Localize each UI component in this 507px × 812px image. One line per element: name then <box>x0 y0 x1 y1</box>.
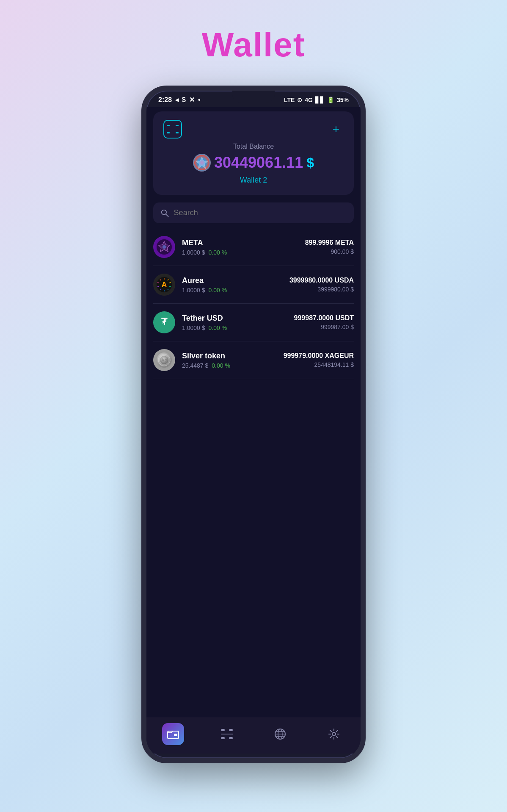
time-display: 2:28 <box>158 96 172 104</box>
wallet-scan-icon[interactable] <box>163 120 182 139</box>
token-list: META 1.0000 $ 0.00 % 899.9996 META 900.0… <box>146 228 361 717</box>
svg-line-21 <box>157 286 159 287</box>
token-left-aurea: A <box>153 274 227 296</box>
meta-token-amount: 899.9996 META <box>305 239 354 247</box>
nav-item-settings[interactable] <box>323 723 345 745</box>
svg-rect-1 <box>167 132 170 133</box>
add-wallet-button[interactable]: + <box>328 122 344 137</box>
svg-rect-32 <box>221 729 224 731</box>
network-icon: 4G <box>305 97 313 103</box>
svg-line-22 <box>157 283 159 283</box>
svg-text:Ag: Ag <box>161 358 167 363</box>
aurea-token-icon: A <box>153 274 175 296</box>
aurea-token-price: 1.0000 $ 0.00 % <box>182 287 227 294</box>
aurea-token-info: Aurea 1.0000 $ 0.00 % <box>182 276 227 294</box>
tether-token-info: Tether USD 1.0000 $ 0.00 % <box>182 314 227 331</box>
svg-line-7 <box>166 214 168 216</box>
nav-wallet-icon <box>162 723 184 745</box>
token-left-meta: META 1.0000 $ 0.00 % <box>153 236 227 258</box>
tether-token-price: 1.0000 $ 0.00 % <box>182 324 227 331</box>
meta-token-right: 899.9996 META 900.00 $ <box>305 239 354 255</box>
nav-item-scan[interactable] <box>216 723 238 745</box>
silver-token-info: Silver token 25.4487 $ 0.00 % <box>182 352 230 369</box>
lte-icon: LTE <box>284 97 295 103</box>
silver-token-right: 999979.0000 XAGEUR 25448194.11 $ <box>284 352 354 368</box>
svg-rect-31 <box>174 734 177 736</box>
wifi-icon: ⊙ <box>297 97 302 103</box>
nav-globe-icon <box>269 723 291 745</box>
silver-token-icon: Ag <box>153 349 175 371</box>
nav-item-browser[interactable] <box>269 723 291 745</box>
tether-token-name: Tether USD <box>182 314 227 323</box>
svg-line-17 <box>169 286 171 287</box>
dollar-icon: $ <box>182 96 186 104</box>
svg-rect-0 <box>167 125 170 126</box>
svg-line-16 <box>169 283 171 283</box>
aurea-token-value: 3999980.00 $ <box>289 286 354 293</box>
svg-point-6 <box>162 210 166 214</box>
svg-text:₮: ₮ <box>161 316 168 327</box>
tether-token-icon: ₮ <box>153 311 175 333</box>
silver-token-amount: 999979.0000 XAGEUR <box>284 352 354 360</box>
meta-token-icon <box>153 236 175 258</box>
wallet-name[interactable]: Wallet 2 <box>163 176 344 185</box>
aurea-token-amount: 3999980.0000 USDA <box>289 277 354 284</box>
battery-icon: 🔋 <box>327 97 334 103</box>
svg-rect-33 <box>221 737 224 739</box>
tether-token-right: 999987.0000 USDT 999987.00 $ <box>294 314 354 330</box>
total-balance-label: Total Balance <box>163 143 344 150</box>
x-icon: ✕ <box>189 96 195 104</box>
token-item-tether[interactable]: ₮ Tether USD 1.0000 $ 0.00 % 999987.0000… <box>153 304 354 341</box>
svg-point-11 <box>163 245 166 249</box>
nav-settings-icon <box>323 723 345 745</box>
balance-card: + Total Balance <box>153 111 354 195</box>
token-item-meta[interactable]: META 1.0000 $ 0.00 % 899.9996 META 900.0… <box>153 228 354 266</box>
status-left: 2:28 ◂ $ ✕ • <box>158 96 201 104</box>
silver-token-name: Silver token <box>182 352 230 360</box>
signal-icon: ▋▋ <box>315 97 325 103</box>
balance-amount-row: 30449061.11 $ <box>163 154 344 172</box>
balance-currency: $ <box>306 155 314 171</box>
search-input[interactable] <box>174 208 346 217</box>
meta-token-info: META 1.0000 $ 0.00 % <box>182 238 227 256</box>
token-item-silver[interactable]: Ag <box>153 341 354 379</box>
silver-token-price: 25.4487 $ 0.00 % <box>182 362 230 369</box>
meta-token-value: 900.00 $ <box>305 248 354 255</box>
meta-token-name: META <box>182 238 227 247</box>
tether-token-value: 999987.00 $ <box>294 324 354 330</box>
token-left-tether: ₮ Tether USD 1.0000 $ 0.00 % <box>153 311 227 333</box>
svg-rect-35 <box>229 737 232 739</box>
svg-text:A: A <box>162 280 167 289</box>
nav-item-wallet[interactable] <box>162 723 184 745</box>
tether-token-amount: 999987.0000 USDT <box>294 314 354 322</box>
nav-scan-icon <box>216 723 238 745</box>
svg-point-42 <box>332 732 336 736</box>
status-right: LTE ⊙ 4G ▋▋ 🔋 35% <box>284 97 349 103</box>
meta-token-price: 1.0000 $ 0.00 % <box>182 249 227 256</box>
search-icon <box>161 209 169 217</box>
screen-content: + Total Balance <box>146 107 361 754</box>
bottom-nav <box>146 717 361 754</box>
svg-rect-34 <box>229 729 232 731</box>
battery-percent: 35% <box>337 97 349 103</box>
token-left-silver: Ag <box>153 349 230 371</box>
balance-coin-icon <box>193 154 211 172</box>
balance-number: 30449061.11 <box>214 154 303 172</box>
svg-rect-3 <box>176 132 179 133</box>
dot-icon: • <box>198 96 201 104</box>
page-title: Wallet <box>202 25 306 64</box>
phone-frame: 2:28 ◂ $ ✕ • LTE ⊙ 4G ▋▋ 🔋 35% <box>141 86 366 763</box>
silver-token-value: 25448194.11 $ <box>284 361 354 368</box>
phone-notch <box>232 91 275 103</box>
search-container <box>153 202 354 223</box>
aurea-token-name: Aurea <box>182 276 227 285</box>
token-item-aurea[interactable]: A <box>153 266 354 304</box>
aurea-token-right: 3999980.0000 USDA 3999980.00 $ <box>289 277 354 293</box>
balance-header-icons: + <box>163 120 344 139</box>
svg-rect-2 <box>176 125 179 126</box>
location-icon: ◂ <box>175 96 179 104</box>
